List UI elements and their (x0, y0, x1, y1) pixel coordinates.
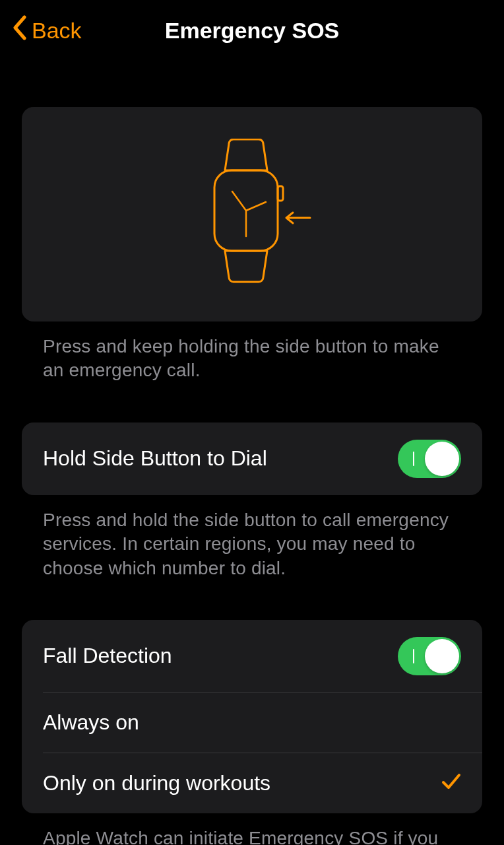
hold-side-button-row: Hold Side Button to Dial (22, 422, 482, 495)
fall-detection-toggle[interactable] (398, 637, 461, 675)
only-during-workouts-label: Only on during workouts (43, 771, 270, 795)
hold-side-button-group: Hold Side Button to Dial (22, 422, 482, 495)
toggle-knob (425, 442, 459, 476)
fall-detection-footer: Apple Watch can initiate Emergency SOS i… (22, 813, 482, 845)
back-button[interactable]: Back (12, 15, 82, 46)
always-on-label: Always on (43, 710, 139, 735)
watch-illustration-panel (22, 107, 482, 321)
checkmark-icon (441, 770, 461, 796)
navbar: Back Emergency SOS (0, 0, 504, 61)
toggle-on-indicator-icon (413, 649, 414, 663)
hero-instruction: Press and keep holding the side button t… (22, 321, 482, 383)
toggle-on-indicator-icon (413, 452, 414, 466)
apple-watch-icon (193, 139, 311, 290)
svg-rect-1 (278, 186, 283, 201)
fall-detection-group: Fall Detection Always on Only on during … (22, 620, 482, 813)
only-during-workouts-row[interactable]: Only on during workouts (22, 753, 482, 813)
svg-line-3 (232, 191, 246, 211)
svg-line-4 (246, 202, 266, 211)
back-label: Back (32, 18, 82, 44)
fall-detection-row: Fall Detection (22, 620, 482, 693)
page-title: Emergency SOS (165, 18, 340, 44)
chevron-left-icon (12, 15, 26, 46)
hold-side-button-label: Hold Side Button to Dial (43, 446, 267, 471)
hold-side-button-footer: Press and hold the side button to call e… (22, 495, 482, 580)
hold-side-button-toggle[interactable] (398, 440, 461, 478)
fall-detection-label: Fall Detection (43, 644, 172, 668)
toggle-knob (425, 639, 459, 673)
always-on-row[interactable]: Always on (22, 693, 482, 753)
